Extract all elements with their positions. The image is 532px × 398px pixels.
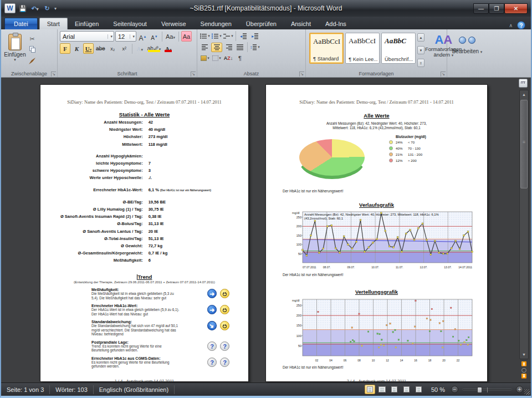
underline-button[interactable]: U▾: [83, 43, 94, 54]
styles-scroll-up-icon[interactable]: ▲: [417, 33, 424, 42]
font-dialog-launcher-icon[interactable]: [191, 72, 196, 76]
show-paragraph-marks-button[interactable]: ¶: [234, 53, 245, 63]
title-bar[interactable]: ~SiB251.rtf [Kompatibilitätsmodus] - Mic…: [1, 0, 531, 17]
save-button[interactable]: 💾: [18, 3, 28, 13]
bullet-list-icon: [200, 33, 207, 39]
tab-sendungen[interactable]: Sendungen: [193, 18, 239, 29]
print-layout-view-button[interactable]: [365, 385, 375, 394]
increase-indent-button[interactable]: ▸: [249, 32, 260, 41]
subscript-button[interactable]: x₂: [108, 43, 118, 54]
window-title: ~SiB251.rtf [Kompatibilitätsmodus] - Mic…: [1, 4, 531, 12]
styles-dialog-launcher-icon[interactable]: [441, 72, 446, 76]
copy-button[interactable]: [27, 45, 38, 55]
paste-dropdown-icon[interactable]: ▾: [14, 58, 16, 62]
style-card-0[interactable]: AaBbCcI¶ Standard: [309, 33, 344, 64]
help-icon[interactable]: ?: [517, 21, 525, 29]
scroll-down-icon[interactable]: ▼: [520, 350, 528, 359]
italic-button[interactable]: K: [71, 43, 82, 54]
zoom-level[interactable]: 50 %: [431, 386, 445, 393]
style-card-1[interactable]: AaBbCcI¶ Kein Lee...: [345, 33, 380, 64]
tab-seitenlayout[interactable]: Seitenlayout: [106, 18, 154, 29]
bold-button[interactable]: F: [60, 43, 70, 54]
zoom-in-button[interactable]: +: [516, 386, 523, 393]
next-page-icon[interactable]: ⏬: [521, 374, 527, 379]
font-size-combobox[interactable]: 12▾: [115, 31, 136, 42]
tab-datei[interactable]: Datei: [4, 18, 38, 29]
draft-view-button[interactable]: [413, 385, 424, 394]
vertical-scrollbar[interactable]: ▲ ▼: [519, 90, 529, 359]
highlight-color-button[interactable]: ab🖉▾: [146, 43, 162, 54]
line-spacing-button[interactable]: ↕▾: [249, 43, 260, 52]
tab--berpr-fen[interactable]: Überprüfen: [239, 18, 284, 29]
paragraph-dialog-launcher-icon[interactable]: [299, 72, 304, 76]
zoom-slider-thumb[interactable]: [477, 387, 482, 393]
minimize-button[interactable]: —: [473, 3, 489, 14]
zoom-out-button[interactable]: −: [451, 386, 458, 393]
stat-value: 42: [149, 119, 153, 126]
grow-font-button[interactable]: A▲: [137, 31, 148, 42]
undo-button[interactable]: ↶▾: [30, 3, 40, 13]
strikethrough-button[interactable]: abe: [95, 43, 106, 54]
align-right-icon: [225, 44, 232, 50]
superscript-button[interactable]: x²: [119, 43, 130, 54]
minimize-ribbon-icon[interactable]: ∧: [509, 23, 513, 28]
outline-view-button[interactable]: [401, 385, 412, 394]
close-button[interactable]: ✕: [504, 3, 528, 14]
language-status[interactable]: Englisch (Großbritannien): [94, 385, 175, 394]
select-browse-object-icon[interactable]: ◯: [521, 368, 526, 373]
font-name-combobox[interactable]: Arial▾: [60, 31, 114, 42]
redo-button[interactable]: ↻: [42, 3, 52, 13]
shrink-font-button[interactable]: A▼: [149, 31, 160, 42]
numbered-list-button[interactable]: ▾: [211, 32, 222, 41]
zoom-slider[interactable]: [462, 389, 512, 390]
styles-scroll-down-icon[interactable]: ▼: [417, 46, 424, 54]
multilevel-list-button[interactable]: ▾: [223, 32, 234, 41]
justify-button[interactable]: [234, 43, 245, 52]
clear-formatting-button[interactable]: Aa: [181, 31, 192, 42]
scroll-up-icon[interactable]: ▲: [520, 90, 528, 99]
page-count-status[interactable]: Seite: 1 von 3: [1, 385, 50, 394]
word-app-icon[interactable]: W: [4, 3, 16, 13]
align-right-button[interactable]: [223, 43, 234, 52]
borders-button[interactable]: ▾: [211, 53, 222, 63]
view-ruler-toggle-icon[interactable]: [519, 79, 528, 88]
restore-button[interactable]: ❐: [489, 3, 504, 14]
align-left-button[interactable]: [200, 43, 211, 52]
paste-button[interactable]: Einfügen ▾: [3, 31, 27, 69]
bullet-list-button[interactable]: ▾: [200, 32, 211, 41]
format-painter-button[interactable]: [27, 57, 38, 67]
decrease-indent-button[interactable]: ◂: [238, 32, 249, 41]
pie-legend-row: 24%< 70: [389, 140, 426, 144]
cut-button[interactable]: ✂: [27, 34, 38, 44]
stat-row: Ø-BE/Tag:19,56 BE: [45, 198, 244, 206]
shading-button[interactable]: ▾: [200, 53, 211, 63]
find-binoculars-icon[interactable]: [459, 34, 475, 47]
fullscreen-reading-view-button[interactable]: [377, 385, 387, 394]
web-layout-view-button[interactable]: [389, 385, 400, 394]
document-page-2[interactable]: SiDiary: Name des Patienten: Demo-org, T…: [265, 84, 488, 382]
customize-qat-button[interactable]: ▾: [54, 6, 57, 11]
sort-button[interactable]: AZ↓: [223, 53, 234, 63]
document-page-1[interactable]: SiDiary: Name des Patienten: Demo-org, T…: [40, 84, 249, 382]
clipboard-dialog-launcher-icon[interactable]: [51, 72, 56, 76]
text-effects-button[interactable]: A▾: [135, 43, 145, 54]
tab-start[interactable]: Start: [39, 18, 68, 29]
tab-ansicht[interactable]: Ansicht: [284, 18, 318, 29]
change-case-button[interactable]: Aa▾: [165, 31, 176, 42]
style-card-2[interactable]: AaBbCÜberschrif...: [381, 33, 416, 64]
tab-einf-gen[interactable]: Einfügen: [68, 18, 106, 29]
scrollbar-thumb[interactable]: [520, 100, 528, 188]
stat-row: Werte unter Hyposchwelle:./.: [45, 174, 244, 181]
stat-value: 118 mg/dl: [149, 141, 167, 148]
previous-page-icon[interactable]: ⏫: [521, 361, 527, 366]
svg-text:50: 50: [298, 344, 301, 348]
align-center-button[interactable]: [211, 43, 222, 52]
font-color-button[interactable]: A▾: [163, 43, 173, 54]
styles-gallery-more-icon[interactable]: ≡: [417, 59, 424, 67]
editing-button[interactable]: Bearbeiten ▾: [452, 48, 483, 54]
resize-grip[interactable]: [524, 389, 530, 395]
statistics-list: Anzahl Messungen:42Niedrigster Wert:40 m…: [45, 119, 244, 264]
word-count-status[interactable]: Wörter: 103: [50, 385, 93, 394]
tab-verweise[interactable]: Verweise: [154, 18, 193, 29]
tab-add-ins[interactable]: Add-Ins: [318, 18, 354, 29]
